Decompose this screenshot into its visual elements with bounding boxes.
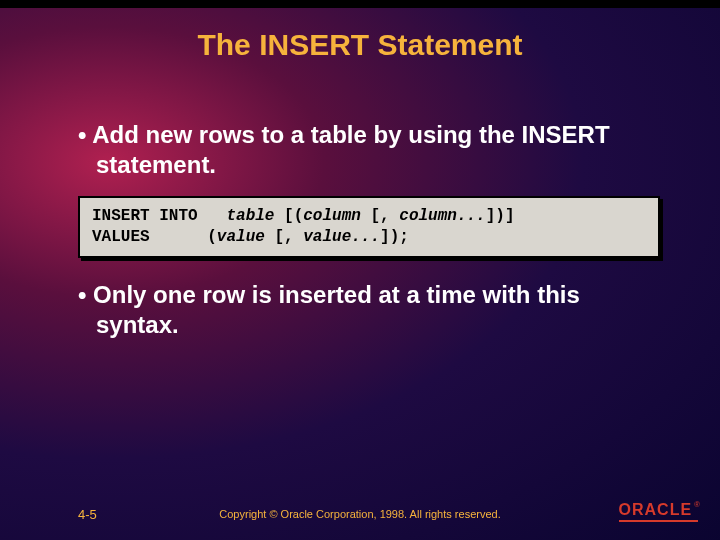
- code-syntax-box: INSERT INTO table [(column [, column...]…: [78, 196, 660, 258]
- code-identifier: value: [217, 228, 265, 246]
- slide-footer: 4-5 Copyright © Oracle Corporation, 1998…: [0, 496, 720, 522]
- oracle-logo-underline: [619, 520, 698, 522]
- registered-icon: ®: [694, 500, 700, 509]
- copyright-text: Copyright © Oracle Corporation, 1998. Al…: [0, 508, 720, 520]
- code-text: ]);: [380, 228, 409, 246]
- code-text: (: [207, 228, 217, 246]
- slide: The INSERT Statement Add new rows to a t…: [0, 0, 720, 540]
- code-keyword: VALUES: [92, 228, 150, 246]
- code-identifier: column: [303, 207, 361, 225]
- code-keyword: INSERT INTO: [92, 207, 198, 225]
- bullet-2: Only one row is inserted at a time with …: [78, 280, 660, 340]
- slide-title: The INSERT Statement: [0, 28, 720, 62]
- bullet-1: Add new rows to a table by using the INS…: [78, 120, 660, 180]
- code-identifier: table: [226, 207, 274, 225]
- code-identifier: column...: [399, 207, 485, 225]
- code-text: [(: [274, 207, 303, 225]
- top-bar: [0, 0, 720, 8]
- code-identifier: value...: [303, 228, 380, 246]
- code-text: ])]: [486, 207, 515, 225]
- oracle-logo-text: ORACLE: [619, 501, 693, 518]
- slide-content: Add new rows to a table by using the INS…: [78, 120, 660, 350]
- oracle-logo: ORACLE®: [619, 501, 698, 522]
- code-text: [,: [361, 207, 399, 225]
- code-text: [,: [265, 228, 303, 246]
